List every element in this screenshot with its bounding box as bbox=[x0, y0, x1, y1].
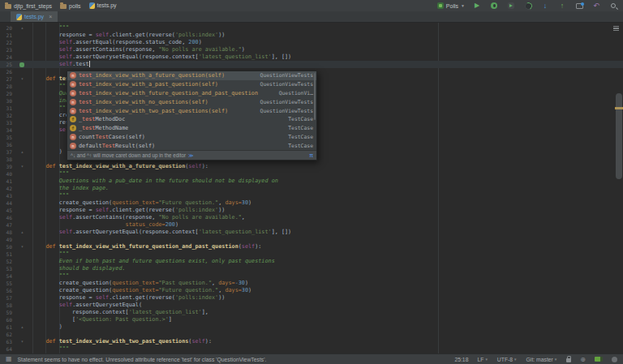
line-number[interactable]: 54 bbox=[0, 272, 12, 280]
fold-marker[interactable] bbox=[12, 178, 32, 185]
completion-item[interactable]: mtest_index_view_with_no_questions(self)… bbox=[67, 97, 316, 106]
fold-marker[interactable] bbox=[12, 112, 32, 119]
code-line[interactable]: 43 """ bbox=[0, 192, 623, 199]
close-icon[interactable]: × bbox=[49, 14, 52, 19]
fold-marker[interactable] bbox=[12, 61, 32, 68]
line-number[interactable]: 51 bbox=[0, 251, 12, 258]
line-number[interactable]: 61 bbox=[0, 323, 12, 331]
line-number[interactable]: 42 bbox=[0, 185, 12, 192]
breadcrumb-item[interactable]: polls bbox=[60, 3, 80, 9]
fold-marker[interactable] bbox=[12, 214, 32, 221]
fold-marker[interactable] bbox=[12, 207, 32, 214]
completion-item[interactable]: f_testMethodNameTestCase bbox=[67, 124, 316, 133]
line-number[interactable]: 62 bbox=[0, 331, 12, 338]
fold-marker[interactable] bbox=[12, 331, 32, 338]
code-line[interactable]: 53 should be displayed. bbox=[0, 265, 623, 272]
fold-marker[interactable]: ▴ bbox=[12, 229, 32, 236]
line-ending-select[interactable]: LF▼ bbox=[477, 357, 488, 362]
fold-marker[interactable] bbox=[12, 105, 32, 112]
fold-marker[interactable] bbox=[12, 294, 32, 302]
code-line[interactable]: 63▾ def test_index_view_with_two_past_qu… bbox=[0, 338, 623, 345]
code-line[interactable]: 40 """ bbox=[0, 170, 623, 178]
fold-marker[interactable] bbox=[12, 280, 32, 287]
fold-marker[interactable] bbox=[12, 251, 32, 258]
code-line[interactable]: 39▾ def test_index_view_with_a_future_qu… bbox=[0, 163, 623, 170]
line-number[interactable]: 58 bbox=[0, 302, 12, 309]
run-configuration-select[interactable]: Polls ▼ bbox=[437, 2, 465, 9]
line-number[interactable]: 46 bbox=[0, 214, 12, 221]
fold-marker[interactable] bbox=[12, 302, 32, 309]
code-line[interactable]: 21 response = self.client.get(reverse('p… bbox=[0, 32, 623, 39]
line-number[interactable]: 45 bbox=[0, 207, 12, 214]
line-number[interactable]: 60 bbox=[0, 316, 12, 323]
line-number[interactable]: 30 bbox=[0, 97, 12, 105]
fold-marker[interactable]: ▴ bbox=[12, 323, 32, 331]
code-line[interactable]: 51 """ bbox=[0, 251, 623, 258]
code-line[interactable]: 56 create_question(question_text="Future… bbox=[0, 287, 623, 294]
completion-item[interactable]: mtest_index_view_with_a_future_question(… bbox=[67, 71, 316, 80]
code-line[interactable]: 25 self.test bbox=[0, 61, 623, 68]
code-line[interactable]: 46 self.assertContains(response, "No pol… bbox=[0, 214, 623, 221]
fold-marker[interactable] bbox=[12, 185, 32, 192]
fold-marker[interactable] bbox=[12, 221, 32, 229]
line-number[interactable]: 48 bbox=[0, 229, 12, 236]
lock-icon[interactable] bbox=[566, 358, 571, 362]
line-number[interactable]: 22 bbox=[0, 39, 12, 46]
tab-tests-py[interactable]: tests.py × bbox=[11, 11, 58, 22]
line-number[interactable]: 41 bbox=[0, 178, 12, 185]
code-line[interactable]: 47 status_code=200) bbox=[0, 221, 623, 229]
line-number[interactable]: 31 bbox=[0, 105, 12, 112]
line-number[interactable]: 44 bbox=[0, 199, 12, 207]
fold-marker[interactable] bbox=[12, 134, 32, 141]
fold-marker[interactable] bbox=[12, 97, 32, 105]
line-number[interactable]: 57 bbox=[0, 294, 12, 302]
line-number[interactable]: 21 bbox=[0, 32, 12, 39]
fold-marker[interactable] bbox=[12, 68, 32, 75]
highlighting-level-icon[interactable]: ⊕ bbox=[580, 356, 586, 363]
vcs-update-button[interactable]: ↓ bbox=[540, 1, 550, 11]
rollback-button[interactable]: ↶ bbox=[591, 1, 601, 11]
code-line[interactable]: 44 create_question(question_text="Future… bbox=[0, 199, 623, 207]
tool-window-toggle-icon[interactable]: ▦ bbox=[6, 355, 12, 363]
fold-marker[interactable]: ▾ bbox=[12, 75, 32, 83]
line-number[interactable]: 49 bbox=[0, 236, 12, 243]
vcs-branch-select[interactable]: Git: master▼ bbox=[526, 357, 558, 362]
line-number[interactable]: 24 bbox=[0, 54, 12, 61]
fold-marker[interactable] bbox=[12, 126, 32, 134]
code-line[interactable]: 49 bbox=[0, 236, 623, 243]
line-number[interactable]: 37 bbox=[0, 148, 12, 156]
coverage-button[interactable] bbox=[506, 1, 516, 11]
code-line[interactable]: 55 create_question(question_text="Past q… bbox=[0, 280, 623, 287]
fold-marker[interactable] bbox=[12, 287, 32, 294]
line-number[interactable]: 29 bbox=[0, 90, 12, 97]
code-line[interactable]: 61▴ ) bbox=[0, 323, 623, 331]
code-line[interactable]: 41 Questions with a pub_date in the futu… bbox=[0, 178, 623, 185]
line-number[interactable]: 34 bbox=[0, 126, 12, 134]
hint-more-link[interactable]: ≫ bbox=[188, 152, 194, 158]
line-number[interactable]: 53 bbox=[0, 265, 12, 272]
fold-marker[interactable]: ▾ bbox=[12, 338, 32, 345]
fold-marker[interactable] bbox=[12, 90, 32, 97]
fold-marker[interactable]: ▾ bbox=[12, 163, 32, 170]
fold-marker[interactable] bbox=[12, 192, 32, 199]
popup-scrollbar[interactable] bbox=[314, 73, 316, 120]
fold-marker[interactable] bbox=[12, 156, 32, 163]
code-line[interactable]: 48▴ self.assertQuerysetEqual(response.co… bbox=[0, 229, 623, 236]
fold-marker[interactable] bbox=[12, 345, 32, 353]
code-line[interactable]: 20▴ """ bbox=[0, 24, 623, 32]
line-number[interactable]: 52 bbox=[0, 258, 12, 265]
inspections-widget-icon[interactable] bbox=[613, 26, 619, 31]
vcs-commit-button[interactable]: ↑ bbox=[557, 1, 567, 11]
fold-marker[interactable] bbox=[12, 258, 32, 265]
line-number[interactable]: 55 bbox=[0, 280, 12, 287]
completion-item[interactable]: mtest_index_view_with_two_past_questions… bbox=[67, 106, 316, 115]
code-line[interactable]: 62 bbox=[0, 331, 623, 338]
line-number[interactable]: 28 bbox=[0, 83, 12, 90]
code-line[interactable]: 42 the index page. bbox=[0, 185, 623, 192]
fold-marker[interactable]: ▾ bbox=[12, 243, 32, 251]
fold-marker[interactable] bbox=[12, 272, 32, 280]
debug-button[interactable] bbox=[489, 1, 499, 11]
code-line[interactable]: 22 self.assertEqual(response.status_code… bbox=[0, 39, 623, 46]
code-line[interactable]: 45 response = self.client.get(reverse('p… bbox=[0, 207, 623, 214]
run-button[interactable]: ▶ bbox=[472, 1, 482, 11]
